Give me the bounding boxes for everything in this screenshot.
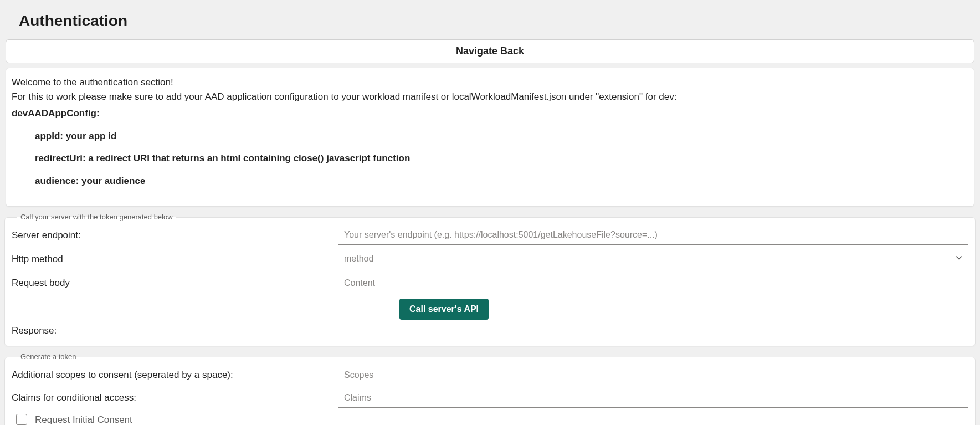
http-method-label: Http method [12,253,333,266]
generate-token-legend: Generate a token [17,352,79,362]
chevron-down-icon [950,253,968,265]
http-method-placeholder: method [338,248,950,269]
intro-line-1: Welcome to the authentication section! [12,76,968,89]
intro-panel: Welcome to the authentication section! F… [6,68,974,207]
server-endpoint-label: Server endpoint: [12,229,333,242]
server-endpoint-input[interactable] [338,226,968,245]
page-title: Authentication [19,10,980,32]
scopes-input[interactable] [338,366,968,385]
request-initial-consent-checkbox[interactable] [16,414,27,425]
call-server-api-button[interactable]: Call server's API [399,299,489,320]
scopes-label: Additional scopes to consent (seperated … [12,368,333,382]
generate-token-section: Generate a token Additional scopes to co… [4,352,976,425]
request-body-input[interactable] [338,274,968,293]
intro-config-header: devAADAppConfig: [12,107,968,120]
intro-config-audience: audience: your audience [35,175,968,188]
request-initial-consent-label: Request Initial Consent [35,413,132,425]
claims-label: Claims for conditional access: [12,391,333,404]
claims-input[interactable] [338,388,968,408]
intro-config-appid: appId: your app id [35,130,968,143]
response-label: Response: [12,324,968,337]
http-method-select[interactable]: method [338,248,968,270]
intro-line-2: For this to work please make sure to add… [12,90,968,104]
call-server-legend: Call your server with the token generate… [17,212,176,222]
intro-config-redirect: redirectUri: a redirect URI that returns… [35,152,968,165]
request-body-label: Request body [12,276,333,290]
call-server-section: Call your server with the token generate… [4,212,976,346]
navigate-back-button[interactable]: Navigate Back [6,39,974,63]
